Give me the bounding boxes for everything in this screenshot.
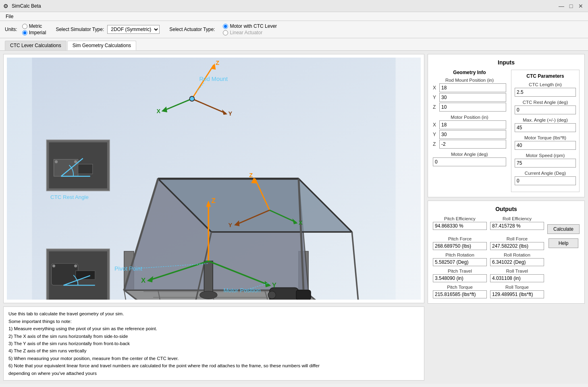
svg-point-70 [55, 160, 58, 163]
current-angle-input[interactable] [515, 176, 576, 185]
svg-point-80 [74, 265, 77, 267]
roll-travel-item: Roll Travel 4.031108 (in) [490, 269, 544, 282]
ctc-rest-angle-input[interactable] [515, 106, 576, 114]
imperial-row: Imperial [22, 30, 46, 35]
motor-speed-input[interactable] [515, 159, 576, 168]
pitch-torque-label: Pitch Torque [433, 285, 487, 290]
geometry-info-title: Geometry Info [433, 70, 506, 75]
motor-torque-label: Motor Torque (lbs*ft) [515, 135, 576, 140]
simulator-type-select[interactable]: 2DOF (Symmetric) 3DOF [107, 25, 160, 34]
inputs-columns: Geometry Info Rod Mount Position (in) X … [433, 70, 580, 192]
roll-torque-value: 129.489951 (lbs*ft) [490, 290, 544, 298]
roll-force-label: Roll Force [490, 236, 544, 241]
inputs-box: Inputs Geometry Info Rod Mount Position … [428, 54, 585, 197]
rod-y-row: Y [433, 93, 506, 102]
motor-speed-label: Motor Speed (rpm) [515, 153, 576, 158]
motor-torque-input[interactable] [515, 141, 576, 150]
pitch-torque-value: 215.816585 (lbs*ft) [433, 290, 487, 298]
current-angle-group: Current Angle (Deg) [515, 171, 576, 185]
maximize-button[interactable]: □ [567, 2, 575, 10]
tabs-bar: CTC Lever Calculations Sim Geometry Calc… [0, 38, 588, 51]
units-radio-group: Metric Imperial [22, 23, 46, 35]
minimize-button[interactable]: — [557, 2, 565, 10]
svg-rect-28 [296, 290, 311, 300]
motor-y-input[interactable] [439, 130, 506, 139]
svg-rect-75 [52, 263, 78, 285]
motor-ctc-label: Motor with CTC Lever [230, 23, 277, 29]
rod-x-input[interactable] [439, 83, 506, 92]
motor-z-input[interactable] [439, 140, 506, 149]
svg-text:Z: Z [211, 197, 215, 205]
roll-travel-value: 4.031108 (in) [490, 274, 544, 282]
motor-x-label: X [433, 122, 438, 128]
motor-angle-group: Motor Angle (deg) [433, 152, 506, 166]
svg-text:X: X [157, 108, 161, 114]
max-angle-input[interactable] [515, 123, 576, 132]
ctc-length-label: CTC Length (in) [515, 82, 576, 87]
svg-text:Y: Y [229, 110, 233, 117]
svg-point-26 [200, 291, 217, 299]
svg-text:Pivot Point: Pivot Point [114, 265, 142, 272]
rod-y-input[interactable] [439, 93, 506, 102]
svg-point-71 [74, 160, 77, 163]
ctc-length-input[interactable] [515, 88, 576, 97]
motor-angle-input[interactable] [433, 157, 506, 166]
diagram-container: Z Y X Z [3, 54, 424, 303]
window-title: SimCalc Beta [12, 3, 41, 9]
motor-angle-label: Motor Angle (deg) [433, 152, 506, 157]
imperial-label: Imperial [29, 30, 46, 35]
motor-y-row: Y [433, 130, 506, 139]
svg-rect-67 [78, 164, 93, 174]
desc-line3: 1) Measure everything using the pivot of… [8, 325, 419, 332]
desc-line5: 3) The Y axis of the sim runs horizontal… [8, 340, 419, 347]
linear-actuator-label: Linear Actuator [230, 30, 262, 35]
title-bar-right: — □ ✕ [557, 2, 585, 10]
svg-point-29 [268, 291, 276, 299]
tab-ctc[interactable]: CTC Lever Calculations [5, 41, 66, 50]
motor-position-label: Motor Position (in) [433, 115, 506, 120]
pitch-travel-label: Pitch Travel [433, 269, 487, 273]
metric-radio[interactable] [22, 24, 27, 29]
ctc-params-title: CTC Parameters [515, 73, 576, 79]
rod-x-row: X [433, 83, 506, 92]
help-button[interactable]: Help [549, 238, 579, 248]
title-bar: ⚙ SimCalc Beta — □ ✕ [0, 0, 588, 12]
app-icon: ⚙ [3, 3, 8, 9]
rod-z-input[interactable] [439, 103, 506, 112]
svg-rect-76 [76, 271, 95, 279]
pitch-force-item: Pitch Force 268.689750 (lbs) [433, 236, 487, 250]
units-label: Units: [5, 27, 17, 32]
file-menu[interactable]: File [2, 13, 17, 20]
roll-efficiency-label: Roll Efficiency [490, 216, 544, 221]
max-angle-group: Max. Angle (+/-) (deg) [515, 118, 576, 132]
motor-x-input[interactable] [439, 120, 506, 129]
linear-actuator-row: Linear Actuator [223, 30, 277, 35]
roll-rotation-value: 6.341022 (Deg) [490, 258, 544, 266]
pitch-torque-item: Pitch Torque 215.816585 (lbs*ft) [433, 285, 487, 298]
units-group: Units: Metric Imperial [5, 23, 46, 35]
current-angle-label: Current Angle (Deg) [515, 171, 576, 176]
pitch-efficiency-label: Pitch Efficiency [433, 216, 487, 221]
svg-text:Y: Y [272, 281, 276, 289]
description-box: Use this tab to calculate the travel geo… [3, 306, 424, 381]
linear-actuator-radio[interactable] [223, 30, 228, 35]
motor-ctc-radio[interactable] [223, 24, 228, 29]
close-button[interactable]: ✕ [577, 2, 585, 10]
rod-z-label: Z [433, 104, 438, 110]
button-col: Calculate [547, 216, 580, 234]
motor-speed-group: Motor Speed (rpm) [515, 153, 576, 168]
pitch-travel-item: Pitch Travel 3.548090 (in) [433, 269, 487, 282]
desc-line6: 4) The Z axis of the sim runs vertically [8, 347, 419, 354]
calculate-button[interactable]: Calculate [547, 224, 580, 234]
svg-text:Motor Position: Motor Position [224, 287, 261, 294]
metric-row: Metric [22, 23, 46, 29]
desc-line1: Use this tab to calculate the travel geo… [8, 310, 419, 317]
actuator-options: Motor with CTC Lever Linear Actuator [223, 23, 277, 35]
svg-rect-25 [204, 261, 213, 295]
tab-sim-geometry[interactable]: Sim Geometry Calculations [67, 41, 136, 50]
roll-rotation-label: Roll Rotation [490, 252, 544, 257]
svg-text:Z: Z [249, 172, 253, 178]
main-content: Z Y X Z [0, 51, 588, 384]
empty-cell-3 [547, 285, 580, 298]
imperial-radio[interactable] [22, 30, 27, 35]
